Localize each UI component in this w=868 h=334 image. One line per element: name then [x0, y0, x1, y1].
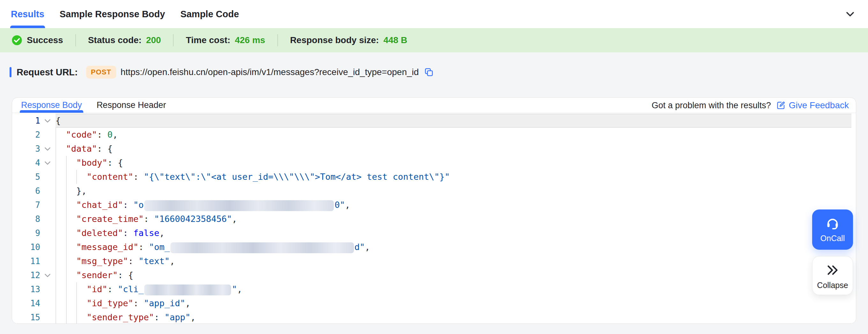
indent-guide	[66, 198, 67, 212]
indent-guide	[66, 212, 67, 226]
result-status-bar: Success Status code:200Time cost:426 msR…	[0, 28, 868, 52]
indent-guide	[66, 156, 67, 170]
indent-guide	[66, 226, 67, 240]
code-line-8: 8 "create_time": "1660042358456",	[12, 212, 856, 226]
line-number: 7	[12, 198, 40, 212]
json-response-editor[interactable]: 1{2 "code": 0,3 "data": {4 "body": {5 "c…	[12, 113, 856, 324]
feedback-area: Got a problem with the results? Give Fee…	[652, 98, 849, 113]
indent-guide	[66, 310, 67, 324]
http-method-badge: POST	[86, 66, 116, 79]
line-number: 4	[12, 156, 40, 170]
collapse-button[interactable]: Collapse	[812, 256, 853, 295]
fold-chevron-icon[interactable]	[43, 144, 52, 154]
response-panel-header: Response BodyResponse Header Got a probl…	[12, 98, 856, 113]
response-tab-bar: Response BodyResponse Header	[21, 98, 166, 113]
code-line-13: 13 "id": "cli_",	[12, 282, 856, 296]
line-number: 12	[12, 268, 40, 282]
line-number: 2	[12, 128, 40, 142]
indent-guide	[56, 296, 56, 310]
code-line-12: 12 "sender": {	[12, 268, 856, 282]
code-text: "id": "cli_",	[56, 282, 856, 296]
copy-icon[interactable]	[424, 67, 434, 77]
indent-guide	[56, 156, 56, 170]
indent-guide	[66, 296, 67, 310]
line-number: 6	[12, 184, 40, 198]
line-number: 9	[12, 226, 40, 240]
success-check-icon	[11, 35, 22, 45]
indent-guide	[56, 212, 56, 226]
indent-guide	[66, 282, 67, 296]
chevron-down-icon[interactable]	[844, 8, 857, 21]
indent-guide	[56, 184, 56, 198]
collapse-label: Collapse	[817, 281, 848, 290]
code-text: {	[56, 114, 856, 128]
indent-guide	[76, 282, 77, 296]
line-number: 8	[12, 212, 40, 226]
code-text: "data": {	[56, 142, 856, 156]
top-tab-bar: ResultsSample Response BodySample Code	[11, 0, 239, 28]
code-line-10: 10 "message_id": "om_d",	[12, 240, 856, 254]
success-label: Success	[27, 35, 63, 45]
status-item-label: Time cost:	[186, 35, 230, 45]
code-text: "id_type": "app_id",	[56, 296, 856, 310]
status-item-time-cost: Time cost:426 ms	[186, 35, 265, 45]
indent-guide	[66, 184, 67, 198]
status-item-value: 448 B	[383, 35, 407, 45]
feedback-prompt: Got a problem with the results?	[652, 100, 771, 111]
give-feedback-link[interactable]: Give Feedback	[776, 100, 849, 111]
indent-guide	[76, 310, 77, 324]
oncall-label: OnCall	[820, 234, 845, 243]
request-url-label: Request URL:	[17, 67, 78, 78]
code-line-9: 9 "deleted": false,	[12, 226, 856, 240]
status-divider	[277, 34, 278, 46]
status-item-value: 426 ms	[235, 35, 265, 45]
code-text: "message_id": "om_d",	[56, 240, 856, 254]
indent-guide	[56, 254, 56, 268]
success-status: Success	[11, 35, 63, 45]
tab-sample-response-body[interactable]: Sample Response Body	[60, 0, 165, 28]
fold-chevron-icon[interactable]	[43, 158, 52, 168]
fold-chevron-icon[interactable]	[43, 270, 52, 280]
accent-bar	[9, 67, 11, 77]
line-number: 5	[12, 170, 40, 184]
oncall-button[interactable]: OnCall	[812, 210, 853, 250]
indent-guide	[66, 254, 67, 268]
status-item-label: Status code:	[88, 35, 142, 45]
headset-icon	[825, 216, 840, 231]
tab-sample-code[interactable]: Sample Code	[180, 0, 239, 28]
tab-response-body[interactable]: Response Body	[21, 98, 82, 113]
page-header: ResultsSample Response BodySample Code	[0, 0, 868, 28]
status-item-status-code: Status code:200	[88, 35, 161, 45]
indent-guide	[56, 198, 56, 212]
code-text: "sender": {	[56, 268, 856, 282]
code-text: "create_time": "1660042358456",	[56, 212, 856, 226]
code-text: "code": 0,	[56, 128, 856, 142]
line-number: 3	[12, 142, 40, 156]
code-line-11: 11 "msg_type": "text",	[12, 254, 856, 268]
redacted-value	[144, 200, 334, 211]
tab-response-header[interactable]: Response Header	[97, 98, 166, 113]
code-line-7: 7 "chat_id": "o0",	[12, 198, 856, 212]
request-url-row: Request URL: POST https://open.feishu.cn…	[9, 64, 434, 80]
response-panel: Response BodyResponse Header Got a probl…	[12, 97, 856, 324]
indent-guide	[56, 226, 56, 240]
fold-chevron-icon[interactable]	[43, 116, 52, 125]
line-number: 10	[12, 240, 40, 254]
indent-guide	[66, 268, 67, 282]
line-number: 1	[12, 114, 40, 128]
code-line-6: 6 },	[12, 184, 856, 198]
code-text: },	[56, 184, 856, 198]
redacted-value	[144, 284, 231, 295]
tab-results[interactable]: Results	[11, 0, 44, 28]
code-line-2: 2 "code": 0,	[12, 128, 856, 142]
code-line-4: 4 "body": {	[12, 156, 856, 170]
edit-feedback-icon	[776, 100, 786, 110]
code-line-1: 1{	[12, 114, 856, 128]
line-number: 15	[12, 310, 40, 324]
code-text: "chat_id": "o0",	[56, 198, 856, 212]
indent-guide	[56, 142, 56, 156]
code-line-14: 14 "id_type": "app_id",	[12, 296, 856, 310]
indent-guide	[56, 240, 56, 254]
indent-guide	[66, 240, 67, 254]
indent-guide	[66, 170, 67, 184]
